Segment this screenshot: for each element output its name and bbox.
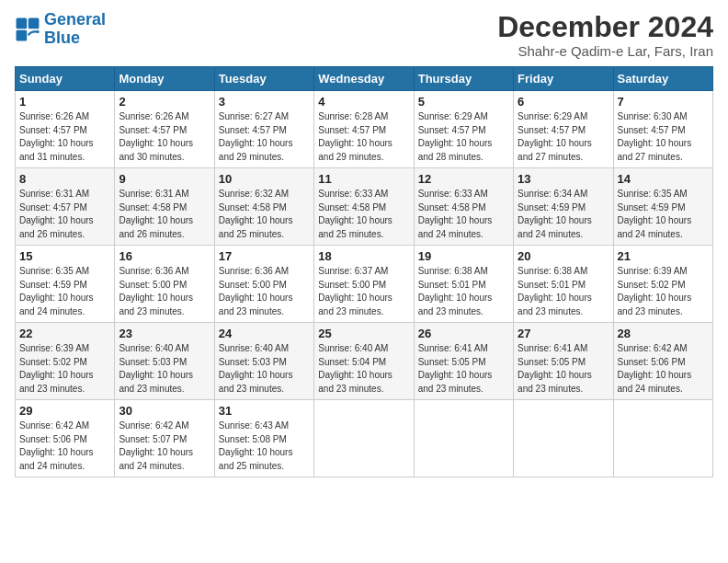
calendar-week-1: 1 Sunrise: 6:26 AM Sunset: 4:57 PM Dayli… xyxy=(16,91,713,168)
day-info: Sunrise: 6:31 AM Sunset: 4:58 PM Dayligh… xyxy=(119,188,210,241)
day-number: 11 xyxy=(318,172,409,186)
day-info: Sunrise: 6:30 AM Sunset: 4:57 PM Dayligh… xyxy=(618,110,709,164)
calendar-cell: 9 Sunrise: 6:31 AM Sunset: 4:58 PM Dayli… xyxy=(115,168,214,246)
day-number: 24 xyxy=(219,327,310,340)
day-info: Sunrise: 6:40 AM Sunset: 5:03 PM Dayligh… xyxy=(219,342,310,396)
day-info: Sunrise: 6:42 AM Sunset: 5:07 PM Dayligh… xyxy=(119,419,210,473)
day-number: 4 xyxy=(318,95,409,109)
day-info: Sunrise: 6:39 AM Sunset: 5:02 PM Dayligh… xyxy=(618,265,709,318)
day-number: 31 xyxy=(219,404,310,418)
day-number: 9 xyxy=(119,172,210,186)
day-info: Sunrise: 6:26 AM Sunset: 4:57 PM Dayligh… xyxy=(19,110,110,164)
calendar-cell: 31 Sunrise: 6:43 AM Sunset: 5:08 PM Dayl… xyxy=(214,400,313,477)
day-info: Sunrise: 6:32 AM Sunset: 4:58 PM Dayligh… xyxy=(219,188,310,241)
day-number: 25 xyxy=(318,327,409,340)
day-number: 6 xyxy=(518,95,609,109)
calendar-header-thursday: Thursday xyxy=(414,67,513,91)
day-info: Sunrise: 6:27 AM Sunset: 4:57 PM Dayligh… xyxy=(219,110,310,164)
calendar-cell: 4 Sunrise: 6:28 AM Sunset: 4:57 PM Dayli… xyxy=(314,91,414,168)
day-info: Sunrise: 6:41 AM Sunset: 5:05 PM Dayligh… xyxy=(418,342,509,396)
calendar-week-5: 29 Sunrise: 6:42 AM Sunset: 5:06 PM Dayl… xyxy=(16,400,713,477)
calendar-cell: 27 Sunrise: 6:41 AM Sunset: 5:05 PM Dayl… xyxy=(514,323,613,400)
day-info: Sunrise: 6:40 AM Sunset: 5:03 PM Dayligh… xyxy=(119,342,210,396)
title-block: December 2024 Shahr-e Qadim-e Lar, Fars,… xyxy=(497,11,713,59)
day-info: Sunrise: 6:34 AM Sunset: 4:59 PM Dayligh… xyxy=(518,188,609,241)
calendar-cell: 8 Sunrise: 6:31 AM Sunset: 4:57 PM Dayli… xyxy=(16,168,115,246)
day-number: 3 xyxy=(219,95,310,109)
main-title: December 2024 xyxy=(497,11,713,43)
day-number: 10 xyxy=(219,172,310,186)
calendar-cell: 25 Sunrise: 6:40 AM Sunset: 5:04 PM Dayl… xyxy=(314,323,414,400)
calendar-cell: 24 Sunrise: 6:40 AM Sunset: 5:03 PM Dayl… xyxy=(214,323,313,400)
calendar-header-wednesday: Wednesday xyxy=(314,67,414,91)
calendar-cell: 2 Sunrise: 6:26 AM Sunset: 4:57 PM Dayli… xyxy=(115,91,214,168)
calendar-cell: 3 Sunrise: 6:27 AM Sunset: 4:57 PM Dayli… xyxy=(214,91,313,168)
header: General Blue December 2024 Shahr-e Qadim… xyxy=(15,11,713,59)
logo-line2: Blue xyxy=(44,29,80,47)
day-info: Sunrise: 6:29 AM Sunset: 4:57 PM Dayligh… xyxy=(418,110,509,164)
calendar-cell: 12 Sunrise: 6:33 AM Sunset: 4:58 PM Dayl… xyxy=(414,168,513,246)
day-number: 30 xyxy=(119,404,210,418)
day-number: 15 xyxy=(19,249,110,263)
logo: General Blue xyxy=(15,11,106,48)
day-info: Sunrise: 6:41 AM Sunset: 5:05 PM Dayligh… xyxy=(518,342,609,396)
calendar-cell xyxy=(314,400,414,477)
day-info: Sunrise: 6:33 AM Sunset: 4:58 PM Dayligh… xyxy=(418,188,509,241)
day-number: 20 xyxy=(518,249,609,263)
calendar-header-row: SundayMondayTuesdayWednesdayThursdayFrid… xyxy=(16,67,713,91)
calendar-cell: 14 Sunrise: 6:35 AM Sunset: 4:59 PM Dayl… xyxy=(613,168,712,246)
calendar-cell: 15 Sunrise: 6:35 AM Sunset: 4:59 PM Dayl… xyxy=(16,246,115,323)
day-info: Sunrise: 6:38 AM Sunset: 5:01 PM Dayligh… xyxy=(418,265,509,318)
subtitle: Shahr-e Qadim-e Lar, Fars, Iran xyxy=(497,43,713,59)
page: General Blue December 2024 Shahr-e Qadim… xyxy=(0,0,728,563)
calendar-header-monday: Monday xyxy=(115,67,214,91)
day-number: 5 xyxy=(418,95,509,109)
calendar-header-saturday: Saturday xyxy=(613,67,712,91)
calendar-cell: 30 Sunrise: 6:42 AM Sunset: 5:07 PM Dayl… xyxy=(115,400,214,477)
day-info: Sunrise: 6:43 AM Sunset: 5:08 PM Dayligh… xyxy=(219,419,310,473)
calendar-cell: 28 Sunrise: 6:42 AM Sunset: 5:06 PM Dayl… xyxy=(613,323,712,400)
calendar-table: SundayMondayTuesdayWednesdayThursdayFrid… xyxy=(15,66,713,477)
day-number: 12 xyxy=(418,172,509,186)
day-info: Sunrise: 6:35 AM Sunset: 4:59 PM Dayligh… xyxy=(618,188,709,241)
calendar-cell: 29 Sunrise: 6:42 AM Sunset: 5:06 PM Dayl… xyxy=(16,400,115,477)
calendar-cell xyxy=(613,400,712,477)
day-number: 2 xyxy=(119,95,210,109)
day-number: 7 xyxy=(618,95,709,109)
day-info: Sunrise: 6:40 AM Sunset: 5:04 PM Dayligh… xyxy=(318,342,409,396)
day-number: 16 xyxy=(119,249,210,263)
day-number: 29 xyxy=(19,404,110,418)
day-number: 26 xyxy=(418,327,509,340)
svg-rect-0 xyxy=(17,17,28,29)
day-info: Sunrise: 6:38 AM Sunset: 5:01 PM Dayligh… xyxy=(518,265,609,318)
calendar-cell: 5 Sunrise: 6:29 AM Sunset: 4:57 PM Dayli… xyxy=(414,91,513,168)
calendar-cell: 7 Sunrise: 6:30 AM Sunset: 4:57 PM Dayli… xyxy=(613,91,712,168)
calendar-cell: 18 Sunrise: 6:37 AM Sunset: 5:00 PM Dayl… xyxy=(314,246,414,323)
day-number: 19 xyxy=(418,249,509,263)
day-number: 23 xyxy=(119,327,210,340)
calendar-cell: 10 Sunrise: 6:32 AM Sunset: 4:58 PM Dayl… xyxy=(214,168,313,246)
calendar-cell: 13 Sunrise: 6:34 AM Sunset: 4:59 PM Dayl… xyxy=(514,168,613,246)
svg-rect-1 xyxy=(28,17,40,29)
day-number: 22 xyxy=(19,327,110,340)
svg-rect-2 xyxy=(17,30,28,41)
calendar-cell: 6 Sunrise: 6:29 AM Sunset: 4:57 PM Dayli… xyxy=(514,91,613,168)
day-number: 28 xyxy=(618,327,709,340)
calendar-week-2: 8 Sunrise: 6:31 AM Sunset: 4:57 PM Dayli… xyxy=(16,168,713,246)
day-number: 8 xyxy=(19,172,110,186)
calendar-cell: 23 Sunrise: 6:40 AM Sunset: 5:03 PM Dayl… xyxy=(115,323,214,400)
calendar-cell: 1 Sunrise: 6:26 AM Sunset: 4:57 PM Dayli… xyxy=(16,91,115,168)
calendar-cell xyxy=(514,400,613,477)
day-number: 27 xyxy=(518,327,609,340)
day-info: Sunrise: 6:31 AM Sunset: 4:57 PM Dayligh… xyxy=(19,188,110,241)
calendar-cell: 16 Sunrise: 6:36 AM Sunset: 5:00 PM Dayl… xyxy=(115,246,214,323)
calendar-cell: 11 Sunrise: 6:33 AM Sunset: 4:58 PM Dayl… xyxy=(314,168,414,246)
calendar-header-tuesday: Tuesday xyxy=(214,67,313,91)
day-info: Sunrise: 6:36 AM Sunset: 5:00 PM Dayligh… xyxy=(219,265,310,318)
day-info: Sunrise: 6:39 AM Sunset: 5:02 PM Dayligh… xyxy=(19,342,110,396)
day-info: Sunrise: 6:28 AM Sunset: 4:57 PM Dayligh… xyxy=(318,110,409,164)
day-info: Sunrise: 6:35 AM Sunset: 4:59 PM Dayligh… xyxy=(19,265,110,318)
day-number: 17 xyxy=(219,249,310,263)
day-info: Sunrise: 6:26 AM Sunset: 4:57 PM Dayligh… xyxy=(119,110,210,164)
day-info: Sunrise: 6:37 AM Sunset: 5:00 PM Dayligh… xyxy=(318,265,409,318)
